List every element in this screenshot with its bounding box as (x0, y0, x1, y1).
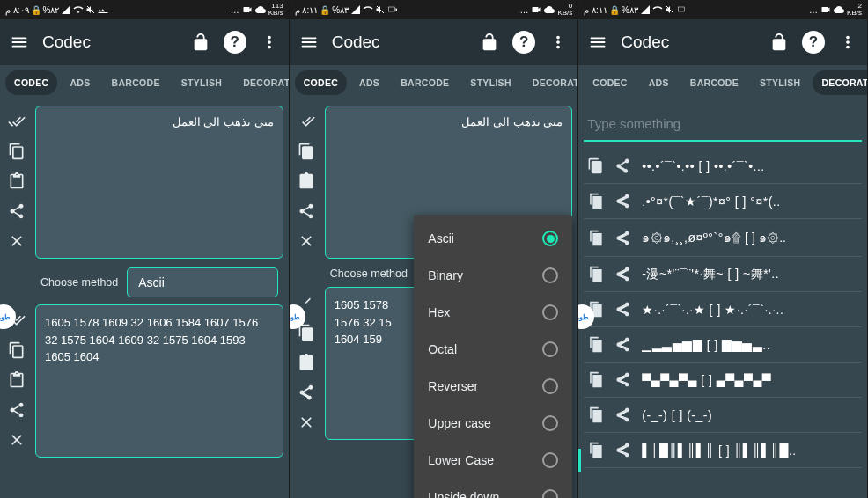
tab-barcode[interactable]: BARCODE (681, 70, 747, 95)
more-icon[interactable] (259, 32, 280, 53)
lock-icon[interactable] (769, 32, 790, 53)
method-label: Choose method (330, 267, 408, 280)
menu-icon[interactable] (587, 32, 608, 53)
share-icon[interactable] (614, 266, 631, 282)
tab-codec[interactable]: CODEC (584, 70, 636, 95)
dropdown-item-uppercase[interactable]: Upper case (414, 405, 572, 442)
dropdown-item-binary[interactable]: Binary (414, 257, 572, 294)
tab-codec[interactable]: CODEC (5, 70, 57, 95)
help-icon[interactable]: ? (802, 31, 825, 54)
app-title: Codec (42, 33, 178, 52)
copy-icon[interactable] (587, 336, 604, 353)
copy-icon[interactable] (8, 341, 26, 359)
clear-icon[interactable] (298, 414, 315, 431)
tab-stylish[interactable]: STYLISH (173, 70, 231, 95)
lock-icon[interactable] (190, 32, 211, 53)
tab-ads[interactable]: ADS (640, 70, 678, 95)
paste-icon[interactable] (298, 172, 315, 190)
clear-icon[interactable] (8, 431, 26, 449)
share-icon[interactable] (614, 301, 631, 318)
lock-icon[interactable] (479, 32, 500, 53)
input-tools (5, 106, 28, 259)
radio-icon (542, 378, 558, 394)
more-icon[interactable] (548, 32, 569, 53)
tab-stylish[interactable]: STYLISH (461, 70, 519, 95)
list-item[interactable]: ▌│█║▌║▌║ [ ] ║▌║▌║█.. (584, 433, 862, 468)
tab-decorate[interactable]: DECORATE (524, 70, 579, 95)
dropdown-item-octal[interactable]: Octal (414, 331, 572, 368)
copy-icon[interactable] (8, 143, 26, 160)
paste-icon[interactable] (298, 354, 315, 371)
tab-stylish[interactable]: STYLISH (751, 70, 809, 95)
share-icon[interactable] (614, 336, 631, 353)
tab-barcode[interactable]: BARCODE (392, 70, 458, 95)
list-item[interactable]: ▀▄▀▄▀▄ [ ] ▄▀▄▀▄▀ (584, 363, 862, 398)
list-item[interactable]: ••.•´¯`•.•• [ ] ••.•´¯`•... (584, 149, 862, 184)
method-select[interactable]: Ascii (127, 267, 277, 297)
tabs: CODEC ADS BARCODE STYLISH DECORATE (578, 65, 867, 100)
decorate-input[interactable] (584, 107, 862, 142)
tab-decorate[interactable]: DECORATE (234, 70, 290, 95)
list-item[interactable]: -漫~*'¨¯¨'*·舞~ [ ] ~舞*'.. (584, 257, 862, 292)
radio-icon (542, 489, 558, 498)
copy-icon[interactable] (587, 157, 604, 174)
share-icon[interactable] (614, 442, 631, 458)
share-icon[interactable] (614, 406, 631, 423)
help-icon[interactable]: ? (512, 31, 535, 54)
dropdown-item-hex[interactable]: Hex (414, 294, 572, 331)
share-icon[interactable] (614, 371, 631, 388)
status-time: ٨:٠٩ م (5, 5, 29, 15)
screen-codec: ٨:٠٩ م 🔒 %٨٢ … 113KB/s Codec ? CODEC ADS… (0, 0, 290, 498)
share-icon[interactable] (614, 230, 631, 246)
share-icon[interactable] (8, 202, 26, 220)
status-bar: ٨:١١ م 🔒 %٨٣ … 0KB/s (290, 0, 578, 19)
check-all-icon[interactable] (298, 113, 315, 130)
radio-icon (542, 415, 558, 431)
dropdown-item-upsidedown[interactable]: Upside down (414, 479, 572, 498)
check-all-icon[interactable] (8, 113, 26, 130)
dropdown-item-reverser[interactable]: Reverser (414, 368, 572, 405)
share-icon[interactable] (8, 401, 26, 419)
tab-ads[interactable]: ADS (61, 70, 99, 95)
copy-icon[interactable] (587, 193, 604, 209)
clear-icon[interactable] (298, 232, 315, 250)
status-battery: %٨٢ (43, 5, 60, 15)
copy-icon[interactable] (587, 442, 604, 458)
share-icon[interactable] (614, 193, 631, 209)
output-textarea[interactable]: 1605 1578 1609 32 1606 1584 1607 1576 32… (35, 304, 283, 458)
more-icon[interactable] (837, 32, 858, 53)
svg-rect-1 (678, 7, 684, 11)
app-bar: Codec ? (0, 19, 289, 65)
radio-icon (542, 304, 558, 320)
list-item[interactable]: .•°¤*(¯`★´¯)*¤° [ ] °¤*(.. (584, 184, 862, 219)
dropdown-item-lowercase[interactable]: Lower Case (414, 442, 572, 479)
share-icon[interactable] (298, 202, 315, 220)
radio-icon (542, 231, 558, 246)
paste-icon[interactable] (8, 172, 26, 190)
copy-icon[interactable] (587, 371, 604, 388)
tab-decorate[interactable]: DECORATE (813, 70, 868, 95)
clear-icon[interactable] (8, 232, 26, 250)
app-title: Codec (332, 33, 467, 52)
list-item[interactable]: (-_-) [ ] (-_-) (584, 398, 862, 433)
menu-icon[interactable] (9, 32, 30, 53)
list-item[interactable]: ▁▂▃▅▆▇ [ ] ▇▆▅▃.. (584, 327, 862, 363)
paste-icon[interactable] (8, 371, 26, 389)
screen-decorate: ٨:١١ م 🔒 %٨٣ … 2KB/s Codec ? CODEC ADS B… (578, 0, 868, 498)
tab-codec[interactable]: CODEC (295, 70, 347, 95)
input-textarea[interactable]: متى نذهب الى العمل (35, 106, 283, 259)
share-icon[interactable] (298, 384, 315, 401)
menu-icon[interactable] (298, 32, 320, 53)
copy-icon[interactable] (298, 143, 315, 160)
dropdown-item-ascii[interactable]: Ascii (414, 220, 572, 257)
copy-icon[interactable] (587, 266, 604, 282)
list-item[interactable]: ๑۞๑,¸¸,ø¤º°`°๑۩ [ ] ๑۞.. (584, 219, 862, 257)
help-icon[interactable]: ? (224, 31, 246, 54)
app-bar: Codec ? (290, 19, 578, 65)
share-icon[interactable] (614, 157, 631, 174)
copy-icon[interactable] (587, 230, 604, 246)
list-item[interactable]: ★·.·´¯`·.·★ [ ] ★·.·´¯`·.·.. (584, 292, 862, 327)
tab-barcode[interactable]: BARCODE (103, 70, 169, 95)
copy-icon[interactable] (587, 406, 604, 423)
tab-ads[interactable]: ADS (350, 70, 388, 95)
